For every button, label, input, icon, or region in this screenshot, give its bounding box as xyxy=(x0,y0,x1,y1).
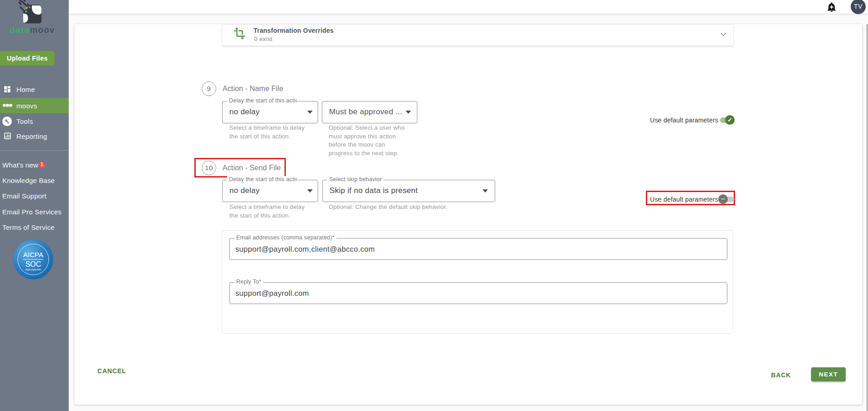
svg-text:SOC: SOC xyxy=(25,260,41,268)
svg-text:aicpa.org/soc4so: aicpa.org/soc4so xyxy=(25,269,41,271)
svg-text:AICPA: AICPA xyxy=(23,251,43,259)
